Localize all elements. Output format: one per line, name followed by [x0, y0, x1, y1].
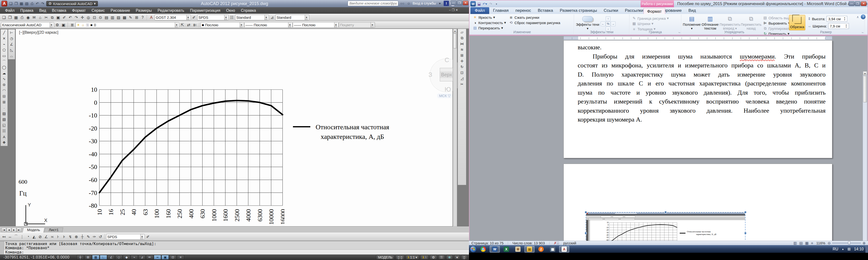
polar-icon[interactable]: ∠	[107, 255, 115, 260]
selection-handle[interactable]	[585, 232, 587, 234]
redo-icon[interactable]: ↷	[40, 1, 45, 6]
menu-modify[interactable]: Редактировать	[155, 8, 187, 13]
pan-icon[interactable]: ✛	[79, 14, 85, 21]
signin-button[interactable]: Вход в службы	[412, 1, 436, 5]
command-window-grip[interactable]	[0, 241, 4, 255]
dim-continue-icon[interactable]: ⊧	[61, 234, 67, 240]
help-icon[interactable]: ?	[140, 14, 146, 21]
start-button[interactable]	[470, 246, 477, 253]
layout-tab-navigation[interactable]: |◀◀▶▶|	[1, 228, 22, 232]
exchange-icon[interactable]: !	[444, 1, 449, 6]
ellipse-icon[interactable]: ⊜	[1, 82, 7, 88]
design-center-icon[interactable]: ▥	[110, 14, 116, 21]
color-combo[interactable]: ■ Послою▾	[200, 22, 244, 28]
viewcube-top-face[interactable]: Верх	[440, 68, 453, 81]
model-button[interactable]: МОДЕЛЬ	[376, 255, 394, 260]
menu-draw[interactable]: Рисование	[108, 8, 133, 13]
zoom-level[interactable]: 116%	[816, 241, 825, 245]
rectangle-icon[interactable]: ▭	[1, 53, 7, 59]
save-icon[interactable]: ▦	[13, 14, 19, 21]
search-icon[interactable]: ○○	[400, 1, 405, 6]
table-style-icon[interactable]: ☷	[229, 14, 235, 21]
word-close-button[interactable]: ✕	[861, 1, 867, 6]
recolor-button[interactable]: ▨Перекрасить▾	[472, 26, 507, 30]
trim-icon[interactable]: ✂	[459, 81, 465, 87]
text-wrap-button[interactable]: ▥Обтекание текстом	[702, 15, 719, 30]
dim-tolerance-icon[interactable]: ⊕	[73, 234, 79, 240]
offset-icon[interactable]: ≋	[459, 47, 465, 52]
open-icon[interactable]: ❒	[7, 14, 13, 21]
document-page-1[interactable]: высокие.Приборы для измерения шума назыв…	[563, 40, 832, 158]
dim-style-icon[interactable]: ⊿	[269, 14, 275, 21]
plot-preview-icon[interactable]: ◉	[25, 14, 31, 21]
layout-quickview-icons[interactable]: ▯ ▯	[396, 255, 404, 260]
dim-diameter-icon[interactable]: ⊘	[37, 234, 43, 240]
selected-figure[interactable]: 100-10-20-30-40-50-60-70-801016254063100…	[586, 212, 745, 241]
tab-file[interactable]: Файл	[470, 7, 489, 14]
snap-icon[interactable]: ⊞	[84, 255, 92, 260]
zoom-out-icon[interactable]: ⊖	[828, 241, 831, 245]
dim-linear-icon[interactable]: ↤	[1, 234, 7, 240]
taskbar-word[interactable]: W	[490, 246, 500, 253]
layer-combo[interactable]: ☀ ☼ ⚿ ■ 0 ▾	[75, 22, 179, 28]
shadow-toggle-icon[interactable]: %	[606, 22, 611, 26]
shadow-nudge-cluster[interactable]: ↑ ←%→ ↓	[600, 16, 616, 30]
circle-icon[interactable]: ◯	[1, 65, 7, 70]
height-field[interactable]: 3,94 см▲▼	[827, 16, 847, 22]
redo-button[interactable]: ↷	[488, 1, 493, 6]
properties-icon[interactable]: ▤	[103, 14, 110, 21]
etransmit-icon[interactable]: ⌂	[37, 14, 43, 21]
viewport-controls-label[interactable]: [−][Вверху][2D каркас]	[19, 30, 58, 35]
multiline-text-icon[interactable]: A	[1, 134, 7, 140]
layer-properties-icon[interactable]: ≣	[69, 22, 75, 28]
menu-insert[interactable]: Вставка	[49, 8, 69, 13]
word-scrollbar-thumb[interactable]	[863, 76, 867, 102]
array-icon[interactable]: ⊞	[459, 52, 465, 58]
selection-handle[interactable]	[744, 211, 746, 213]
copy-icon[interactable]: ⧉	[459, 35, 465, 41]
dim-radius-icon[interactable]: ◔	[25, 234, 31, 240]
reset-picture-button[interactable]: ⟲Сброс параметров рисунка	[508, 20, 561, 25]
taskbar-2gis[interactable]: 2	[536, 246, 546, 253]
tray-language[interactable]: RU	[833, 247, 838, 251]
compress-pictures-button[interactable]: ⧈Сжать рисунки	[508, 15, 561, 20]
tpy-icon[interactable]: ▣	[161, 255, 169, 260]
language-indicator[interactable]: русский	[563, 241, 576, 245]
scroll-up-arrow[interactable]: ▲	[453, 29, 457, 33]
tray-flag-icon[interactable]: ⊞	[847, 247, 850, 251]
rotate-icon[interactable]: ↻	[459, 64, 465, 70]
dim-aligned-icon[interactable]: ↔	[7, 234, 13, 240]
dyn-icon[interactable]: ✏	[146, 255, 153, 260]
region-icon[interactable]: ◱	[1, 122, 7, 128]
text-style-icon[interactable]: A	[148, 14, 154, 21]
publish-icon[interactable]: ✉	[31, 14, 37, 21]
command-input-line[interactable]: Команда:	[4, 250, 469, 255]
quick-calc-icon[interactable]: ⊞	[133, 14, 140, 21]
document-paragraph[interactable]: высокие.Приборы для измерения шума назыв…	[578, 43, 826, 124]
word-restore-button[interactable]: ❐	[855, 1, 861, 6]
contrast-button[interactable]: ◑Контрастность▾	[472, 20, 507, 25]
spds-style-combo[interactable]: SPDS▾	[197, 15, 228, 20]
command-window[interactable]: Точка растягивания или [Базовая точка/Ко…	[0, 241, 469, 255]
sc-icon[interactable]: ≡	[177, 255, 184, 260]
menu-format[interactable]: Формат	[69, 8, 89, 13]
menu-parametric[interactable]: Параметризация	[187, 8, 223, 13]
sheet-set-manager-icon[interactable]: ▩	[122, 14, 128, 21]
spline-icon[interactable]: ∿	[1, 76, 7, 82]
match-properties-icon[interactable]: ✐	[61, 14, 67, 21]
make-layer-current-icon[interactable]: ⇱	[179, 22, 185, 28]
scale-icon[interactable]: ⊡	[459, 70, 465, 76]
hatch-icon[interactable]: ▨	[1, 111, 7, 116]
text-style-combo[interactable]: GOST 2.304▾	[155, 15, 191, 20]
width-field[interactable]: 7,9 см▲▼	[828, 23, 849, 29]
document-area[interactable]: высокие.Приборы для измерения шума назыв…	[469, 36, 868, 241]
tab-home[interactable]: Главная	[490, 7, 512, 14]
undo-icon[interactable]: ↶	[67, 14, 73, 21]
tool-palettes-icon[interactable]: ▨	[116, 14, 122, 21]
undo-icon[interactable]: ↶	[35, 1, 40, 6]
dim-angular-icon[interactable]: ∠	[43, 234, 49, 240]
viewcube-north[interactable]: С	[444, 56, 449, 64]
dim-quick-icon[interactable]: ≍	[49, 234, 55, 240]
view-buttons[interactable]: ▥ ▤ ▦ ≡	[794, 241, 814, 245]
lock-ui-icon[interactable]: ▣	[61, 22, 66, 28]
